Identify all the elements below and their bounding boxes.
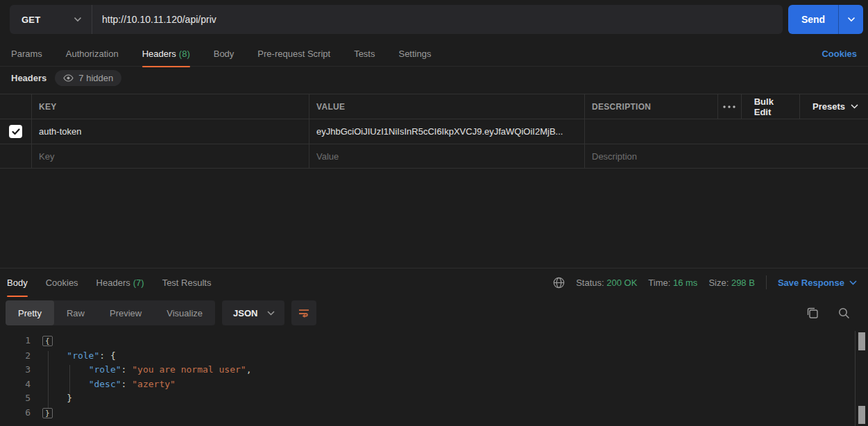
time-badge: Time: 16 ms	[648, 278, 697, 288]
tab-params[interactable]: Params	[11, 42, 42, 67]
chevron-down-icon	[267, 311, 275, 316]
copy-icon[interactable]	[806, 307, 819, 319]
hidden-headers-label: 7 hidden	[78, 73, 113, 83]
headers-table-tools: Bulk Edit Presets	[718, 94, 868, 119]
chevron-down-icon	[74, 17, 82, 22]
eye-icon	[63, 74, 74, 82]
response-toolbar: Pretty Raw Preview Visualize JSON	[6, 300, 862, 325]
response-tab-test-results[interactable]: Test Results	[162, 269, 212, 296]
new-value-input[interactable]	[316, 151, 577, 162]
scrollbar-thumb[interactable]	[858, 406, 865, 424]
new-key-input[interactable]	[39, 151, 302, 162]
divider	[766, 275, 767, 289]
method-dropdown[interactable]: GET	[10, 5, 92, 34]
postman-request-view: GET Send Params Authorization Headers(8)…	[0, 0, 868, 426]
scrollbar-thumb[interactable]	[858, 332, 865, 350]
code-line: 5 }	[0, 391, 855, 406]
send-button[interactable]: Send	[788, 5, 838, 34]
tab-pre-request-script[interactable]: Pre-request Script	[257, 42, 330, 67]
method-label: GET	[22, 15, 40, 25]
row-checkbox[interactable]	[9, 125, 22, 138]
bulk-edit-button[interactable]: Bulk Edit	[742, 94, 800, 119]
view-mode-visualize[interactable]: Visualize	[154, 300, 215, 325]
status-badge: Status: 200 OK	[576, 278, 637, 288]
response-tab-headers[interactable]: Headers(7)	[96, 269, 144, 296]
column-description: DESCRIPTION	[585, 94, 718, 119]
indent-guide	[48, 351, 49, 408]
view-mode-switcher: Pretty Raw Preview Visualize	[6, 300, 215, 325]
response-meta: Status: 200 OK Time: 16 ms Size: 298 B S…	[553, 275, 857, 289]
headers-table-header-row: KEY VALUE DESCRIPTION Bulk Edit Presets	[0, 94, 868, 119]
view-mode-raw[interactable]: Raw	[54, 300, 97, 325]
response-tab-body[interactable]: Body	[7, 269, 28, 296]
wrap-lines-icon	[298, 308, 309, 318]
code-line: 6}	[0, 406, 855, 421]
hidden-headers-toggle[interactable]: 7 hidden	[55, 70, 121, 86]
headers-editor-header: Headers 7 hidden	[11, 70, 121, 86]
tab-authorization[interactable]: Authorization	[66, 42, 119, 67]
format-dropdown[interactable]: JSON	[222, 300, 284, 325]
save-response-dropdown[interactable]: Save Response	[778, 278, 857, 288]
code-line: 1{	[0, 334, 855, 349]
url-bar: GET	[10, 5, 783, 34]
headers-editor-title: Headers	[11, 73, 46, 83]
column-key: KEY	[32, 94, 309, 119]
send-button-group: Send	[788, 5, 863, 34]
indent-guide	[69, 365, 70, 393]
vertical-scrollbar[interactable]	[855, 331, 868, 426]
response-tab-bar: Body Cookies Headers(7) Test Results Sta…	[0, 269, 868, 296]
new-header-row	[0, 144, 868, 169]
tab-tests[interactable]: Tests	[354, 42, 375, 67]
code-line: 3 "role": "you are normal user",	[0, 363, 855, 377]
globe-icon[interactable]	[553, 277, 565, 289]
request-tab-bar: Params Authorization Headers(8) Body Pre…	[0, 42, 868, 67]
url-input[interactable]	[92, 5, 783, 34]
header-value[interactable]: eyJhbGciOiJIUzI1NiIsInR5cCI6IkpXVCJ9.eyJ…	[316, 126, 563, 137]
code-line: 4 "desc": "azerty"	[0, 377, 855, 392]
headers-table: KEY VALUE DESCRIPTION Bulk Edit Presets	[0, 94, 868, 169]
send-options-button[interactable]	[838, 5, 863, 34]
more-options-button[interactable]	[718, 94, 742, 119]
tab-settings[interactable]: Settings	[398, 42, 431, 67]
new-description-input[interactable]	[592, 151, 861, 162]
tab-headers[interactable]: Headers(8)	[142, 42, 190, 67]
chevron-down-icon	[847, 17, 856, 22]
view-mode-preview[interactable]: Preview	[97, 300, 154, 325]
code-line: 2 "role": {	[0, 349, 855, 364]
search-icon[interactable]	[838, 307, 850, 319]
code-lines: 1{2 "role": {3 "role": "you are normal u…	[0, 334, 855, 420]
response-tab-cookies[interactable]: Cookies	[46, 269, 78, 296]
select-all-cell	[0, 94, 32, 119]
response-headers-count: (7)	[133, 278, 144, 288]
chevron-down-icon	[851, 104, 858, 109]
response-actions	[806, 307, 862, 319]
response-body-code[interactable]: 1{2 "role": {3 "role": "you are normal u…	[0, 330, 855, 426]
wrap-lines-button[interactable]	[291, 300, 316, 325]
presets-dropdown[interactable]: Presets	[800, 94, 868, 119]
column-value: VALUE	[309, 94, 585, 119]
view-mode-pretty[interactable]: Pretty	[6, 300, 54, 325]
chevron-down-icon	[849, 280, 857, 285]
headers-count: (8)	[179, 49, 190, 59]
header-key[interactable]: auth-token	[39, 126, 81, 137]
size-badge: Size: 298 B	[708, 278, 755, 288]
tab-body[interactable]: Body	[214, 42, 235, 67]
header-row-auth-token: auth-token eyJhbGciOiJIUzI1NiIsInR5cCI6I…	[0, 119, 868, 144]
cookies-link[interactable]: Cookies	[822, 49, 857, 59]
